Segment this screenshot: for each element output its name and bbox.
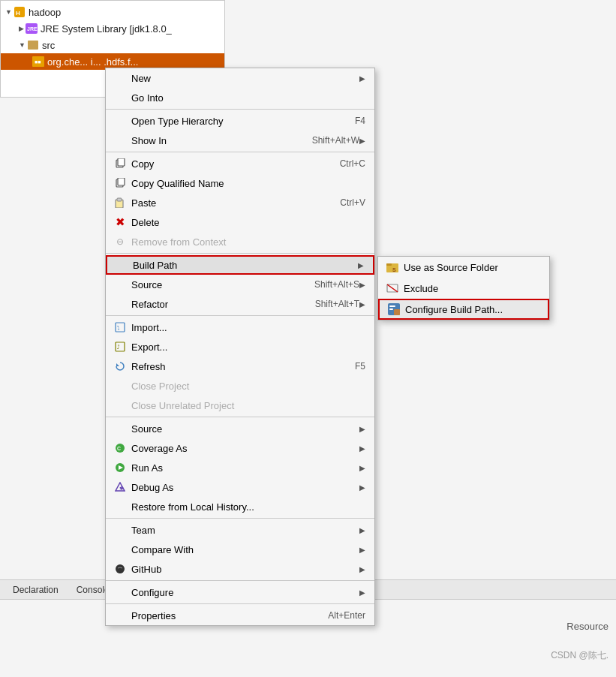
menu-item-refresh[interactable]: Refresh F5 — [106, 357, 374, 376]
go-into-label: Go Into — [131, 92, 365, 104]
refactor-label: Refactor — [131, 299, 315, 310]
svg-rect-9 — [118, 178, 125, 185]
configure-arrow: ▶ — [359, 588, 365, 597]
close-project-icon — [113, 379, 127, 393]
coverage-arrow: ▶ — [359, 444, 365, 453]
configure-bp-icon — [387, 302, 401, 316]
restore-icon — [113, 500, 127, 513]
hadoop-label: hadoop — [29, 7, 61, 18]
menu-item-restore-history[interactable]: Restore from Local History... — [106, 497, 374, 516]
paste-icon — [113, 196, 127, 209]
separator-6 — [106, 518, 374, 519]
menu-item-remove-context[interactable]: ⊖ Remove from Context — [106, 232, 374, 251]
tree-item-jre[interactable]: ▶ JRE JRE System Library [jdk1.8.0_ — [1, 20, 224, 37]
menu-item-source[interactable]: Source Shift+Alt+S ▶ — [106, 275, 374, 294]
import-icon: ⤵ — [113, 320, 127, 334]
compare-with-icon — [113, 543, 127, 556]
source2-icon — [113, 422, 127, 435]
menu-item-import[interactable]: ⤵ Import... — [106, 317, 374, 337]
restore-label: Restore from Local History... — [131, 501, 365, 513]
team-label: Team — [131, 525, 359, 536]
svg-text:JRE: JRE — [27, 26, 38, 32]
menu-item-new[interactable]: New ▶ — [106, 68, 374, 88]
github-arrow: ▶ — [359, 565, 365, 573]
tree-item-src[interactable]: ▼ src — [1, 37, 224, 53]
jre-arrow: ▶ — [19, 25, 24, 32]
coverage-label: Coverage As — [131, 443, 359, 454]
svg-rect-20 — [389, 308, 393, 310]
copy-qualified-label: Copy Qualified Name — [131, 178, 365, 189]
svg-line-16 — [387, 284, 398, 292]
submenu-use-as-source[interactable]: S Use as Source Folder — [378, 257, 549, 278]
src-icon — [27, 39, 39, 51]
show-in-arrow: ▶ — [359, 137, 365, 145]
menu-item-properties[interactable]: Properties Alt+Enter — [106, 606, 374, 625]
copy-label: Copy — [131, 158, 340, 170]
menu-item-team[interactable]: Team ▶ — [106, 520, 374, 540]
refresh-shortcut: F5 — [355, 361, 365, 372]
remove-context-label: Remove from Context — [131, 236, 365, 248]
source-icon — [113, 278, 127, 291]
hadoop-icon: H — [14, 6, 26, 18]
menu-item-close-project[interactable]: Close Project — [106, 376, 374, 396]
build-path-label: Build Path — [133, 260, 358, 271]
tab-declaration[interactable]: Declaration — [5, 581, 67, 599]
source2-label: Source — [131, 423, 359, 435]
source2-arrow: ▶ — [359, 425, 365, 433]
run-icon — [113, 461, 127, 474]
delete-label: Delete — [131, 217, 365, 228]
menu-item-go-into[interactable]: Go Into — [106, 88, 374, 107]
menu-item-source2[interactable]: Source ▶ — [106, 419, 374, 438]
context-menu: New ▶ Go Into Open Type Hierarchy F4 Sho… — [105, 68, 375, 626]
package-label: org.che... i... .hdfs.f... — [47, 56, 138, 68]
separator-2 — [106, 152, 374, 152]
compare-with-label: Compare With — [131, 544, 359, 555]
paste-shortcut: Ctrl+V — [340, 197, 365, 208]
menu-item-copy[interactable]: Copy Ctrl+C — [106, 154, 374, 173]
menu-item-build-path[interactable]: Build Path ▶ S Use as Source Folder — [106, 255, 374, 275]
menu-item-debug-as[interactable]: ✱ Debug As ▶ — [106, 477, 374, 497]
exclude-icon — [386, 281, 399, 295]
submenu-configure-build-path[interactable]: Configure Build Path... — [378, 299, 549, 320]
svg-rect-13 — [386, 263, 392, 266]
menu-item-copy-qualified[interactable]: Copy Qualified Name — [106, 173, 374, 193]
menu-item-export[interactable]: ⤴ Export... — [106, 337, 374, 357]
configure-label: Configure — [131, 587, 359, 598]
close-unrelated-label: Close Unrelated Project — [131, 400, 365, 411]
run-as-arrow: ▶ — [359, 464, 365, 472]
coverage-icon: C — [113, 441, 127, 455]
show-in-icon — [113, 134, 127, 147]
menu-item-paste[interactable]: Paste Ctrl+V — [106, 193, 374, 212]
submenu-exclude[interactable]: Exclude — [378, 278, 549, 299]
menu-item-coverage[interactable]: C Coverage As ▶ — [106, 438, 374, 458]
copy-shortcut: Ctrl+C — [340, 158, 365, 169]
github-icon — [113, 562, 127, 576]
properties-shortcut: Alt+Enter — [328, 610, 365, 621]
menu-item-open-type[interactable]: Open Type Hierarchy F4 — [106, 111, 374, 131]
menu-item-refactor[interactable]: Refactor Shift+Alt+T ▶ — [106, 294, 374, 314]
team-arrow: ▶ — [359, 526, 365, 534]
refactor-icon — [113, 297, 127, 311]
menu-item-close-unrelated[interactable]: Close Unrelated Project — [106, 396, 374, 415]
menu-item-configure[interactable]: Configure ▶ — [106, 582, 374, 602]
use-as-source-label: Use as Source Folder — [404, 262, 498, 273]
menu-item-github[interactable]: GitHub ▶ — [106, 559, 374, 579]
menu-item-show-in[interactable]: Show In Shift+Alt+W ▶ — [106, 131, 374, 150]
svg-text:C: C — [117, 446, 121, 451]
new-label: New — [131, 73, 359, 84]
new-icon — [113, 71, 127, 85]
tree-item-hadoop[interactable]: ▼ H hadoop — [1, 4, 224, 20]
close-unrelated-icon — [113, 399, 127, 412]
configure-icon — [113, 585, 127, 599]
refactor-shortcut: Shift+Alt+T — [315, 299, 359, 309]
menu-item-delete[interactable]: ✖ Delete — [106, 212, 374, 232]
separator-8 — [106, 603, 374, 604]
svg-rect-7 — [118, 158, 125, 166]
show-in-shortcut: Shift+Alt+W — [312, 135, 359, 146]
svg-marker-25 — [116, 363, 119, 366]
debug-as-label: Debug As — [131, 482, 359, 493]
separator-3 — [106, 253, 374, 254]
refresh-label: Refresh — [131, 361, 355, 372]
menu-item-run-as[interactable]: Run As ▶ — [106, 458, 374, 477]
menu-item-compare-with[interactable]: Compare With ▶ — [106, 540, 374, 559]
